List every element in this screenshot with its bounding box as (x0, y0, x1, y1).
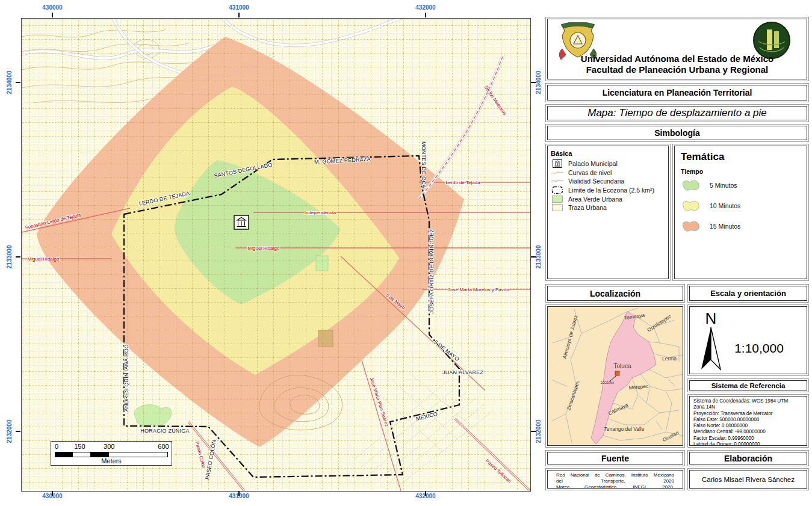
contour-legend-icon (551, 170, 564, 176)
legend-item: 15 Minutos (681, 220, 801, 233)
referencia-line: Meridiano Central: -99.00000000 (693, 429, 803, 435)
grid-coordinate-label: 2133000 (6, 245, 13, 269)
street-label: ANDRÉS QUINTANA ROO (123, 344, 129, 412)
main-map: M. GÓMEZ PEDRAZA SANTOS DEGOLLADO LERDO … (21, 18, 531, 492)
scale-bar-ticks: 0 150 300 600 (55, 443, 168, 450)
street-label: JUAN ÁLVAREZ (442, 369, 483, 375)
program-title: Licenciatura en Planeación Territorial (547, 85, 807, 100)
fuente-line: Red Nacional de Caminos, Instituto Mexic… (556, 472, 674, 478)
program-box: Licenciatura en Planeación Territorial (545, 83, 809, 102)
palacio-municipal-icon (234, 215, 249, 229)
localizacion-map-box: Temoaya Otzolotepec Almoloya de Juárez L… (545, 304, 685, 448)
grid-tick (16, 256, 20, 258)
elaboracion-box: Carlos Misael Rivera Sánchez (687, 468, 809, 490)
referencia-line: Latitud de Origen: 0.00000000 (693, 442, 803, 446)
north-letter: N (705, 309, 717, 328)
legend-item: Límite de la Ecozona (2.5 km²) (551, 186, 665, 194)
street-label-red: Lerdo de Tejada (445, 180, 480, 185)
fuente-line: Marco Geoestadístico, INEGI, 2020. (556, 484, 674, 489)
referencia-line: Zona 14N (693, 404, 803, 410)
grid-coordinate-label: 432000 (415, 4, 435, 11)
scale-bar: 0 150 300 600 Meters (51, 441, 172, 466)
legend-item: 5 Minutos (681, 179, 801, 192)
scale-tick-label: 300 (104, 443, 114, 450)
grid-tick (238, 491, 240, 496)
referencia-title: Sistema de Referencia (689, 380, 807, 390)
fuente-line: del Transporte, 2020 (556, 478, 674, 484)
grid-coordinate-label: 2134000 (535, 71, 542, 94)
grid-coordinate-label: 2132000 (6, 420, 13, 443)
zone-15min-swatch (681, 220, 700, 233)
grid-tick (16, 82, 20, 83)
simbologia-title: Simbología (547, 126, 807, 140)
grid-coordinate-label: 431000 (229, 4, 249, 11)
street-label-red: Miguel Hidalgo (248, 245, 280, 251)
zone-10min-swatch (681, 199, 700, 212)
grid-tick (52, 13, 53, 17)
map-canvas (22, 19, 530, 491)
legend-label: 10 Minutos (710, 202, 740, 209)
escala-title: Escala y orientación (689, 286, 807, 301)
university-name: Universidad Autónoma del Estado de Méxic… (548, 54, 807, 64)
locator-place-label: Lerma (662, 356, 677, 362)
scale-bar-unit: Meters (51, 457, 172, 464)
referencia-line: Falso Este: 500000.00000000 (693, 417, 803, 423)
referencia-box: Sistema de Coordenadas: WGS 1984 UTM Zon… (687, 394, 809, 448)
referencia-line: Proyección: Transversa de Mercator (693, 411, 803, 417)
locator-place-label: Tenango del Valle (604, 426, 645, 432)
localizacion-title: Localización (547, 286, 683, 301)
zone-5min-swatch (681, 179, 700, 192)
fuente-box: Red Nacional de Caminos, Instituto Mexic… (545, 468, 685, 490)
localizacion-header-box: Localización (545, 284, 685, 303)
escala-header-box: Escala y orientación (687, 284, 809, 303)
basica-legend-box: Básica Palacio Municipal Curvas de nivel… (545, 144, 671, 281)
legend-label: Límite de la Ecozona (2.5 km²) (568, 187, 654, 194)
header-box: Universidad Autónoma del Estado de Méxic… (545, 17, 809, 81)
legend-item: Area Verde Urbana (551, 196, 665, 203)
grid-coordinate-label: 2133000 (535, 245, 542, 269)
legend-item: 10 Minutos (681, 199, 801, 212)
tematica-title: Temática (681, 151, 801, 163)
legend-item: Vialidad Secundaria (551, 177, 665, 185)
grid-tick (531, 82, 536, 83)
ecozona-marker (615, 371, 619, 375)
road-legend-icon (551, 178, 564, 184)
legend-label: Vialidad Secundaria (568, 177, 624, 185)
legend-item: Palacio Municipal (551, 159, 665, 168)
basica-title: Básica (551, 150, 665, 157)
map-sheet: M. GÓMEZ PEDRAZA SANTOS DEGOLLADO LERDO … (0, 0, 812, 506)
grid-tick (52, 491, 53, 496)
legend-label: Palacio Municipal (568, 160, 618, 167)
grid-tick (531, 256, 536, 258)
grid-tick (425, 13, 426, 17)
legend-item: Traza Urbana (551, 204, 665, 211)
scale-bar-segments (55, 452, 168, 457)
ecozona-limit-legend-icon (551, 186, 564, 194)
legend-item: Curvas de nivel (551, 169, 665, 176)
traza-urbana-legend-swatch (551, 204, 564, 211)
street-label: HORACIO ZÚÑIGA (140, 428, 189, 434)
legend-label: Traza Urbana (568, 204, 607, 211)
scale-tick-label: 150 (74, 443, 85, 450)
tematica-legend-box: Temática Tiempo 5 Minutos 10 Minutos 15 … (672, 144, 809, 281)
area-verde-legend-swatch (551, 196, 564, 203)
referencia-line: Factor Escalar: 0.99960000 (693, 436, 803, 442)
map-title: Mapa: Tiempo de desplazamiento a pie (547, 106, 807, 120)
minor-street-grid (22, 19, 530, 491)
locator-place-label: Toluca (614, 363, 631, 369)
elaboracion-title: Elaboración (689, 452, 807, 464)
ecozona-marker-label: ECOZONA (601, 381, 614, 384)
street-label-red: Independencia (305, 210, 336, 215)
street-label-red: José María Morelos y Pavón (448, 287, 509, 292)
escala-box: N 1:10,000 (687, 304, 809, 376)
referencia-header-box: Sistema de Referencia (687, 378, 809, 392)
author-name: Carlos Misael Rivera Sánchez (689, 470, 807, 489)
grid-tick (531, 431, 536, 432)
scale-tick-label: 600 (158, 443, 169, 450)
fuente-title: Fuente (547, 452, 683, 464)
legend-label: 15 Minutos (710, 223, 740, 230)
grid-tick (238, 13, 240, 17)
scale-ratio: 1:10,000 (734, 341, 784, 356)
referencia-line: Falso Norte: 0.00000000 (693, 423, 803, 429)
street-label: MONTES DE OCA (421, 141, 427, 188)
